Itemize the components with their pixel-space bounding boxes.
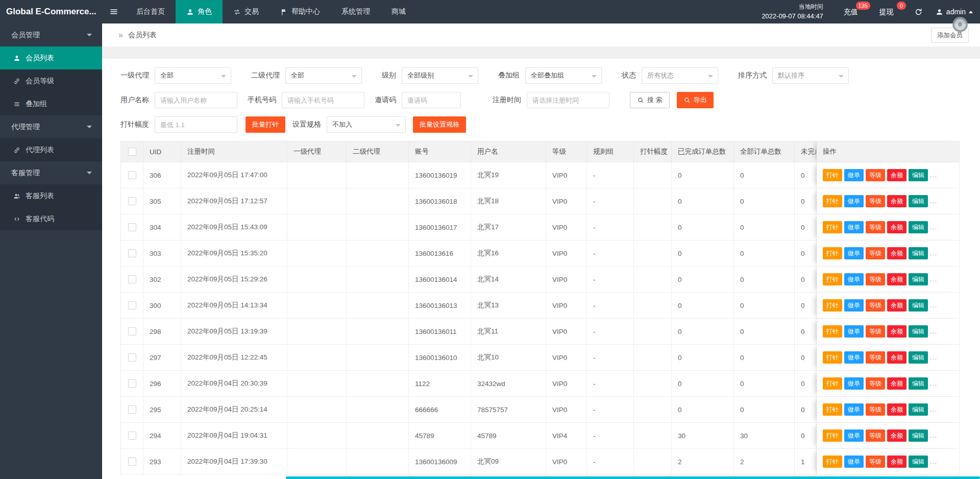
- inject-button[interactable]: 打针: [823, 403, 842, 416]
- more-actions-button[interactable]: ...: [930, 249, 937, 257]
- balance-button[interactable]: 余额: [887, 377, 906, 390]
- level-button[interactable]: 等级: [866, 403, 885, 416]
- edit-button[interactable]: 编辑: [909, 429, 928, 442]
- sidebar-group-agent-management[interactable]: 代理管理: [0, 115, 102, 138]
- agent2-select[interactable]: 全部: [285, 67, 362, 84]
- edit-button[interactable]: 编辑: [909, 169, 928, 181]
- more-actions-button[interactable]: ...: [930, 379, 937, 387]
- status-select[interactable]: 所有状态: [642, 67, 718, 84]
- edit-button[interactable]: 编辑: [909, 456, 928, 468]
- balance-button[interactable]: 余额: [887, 429, 906, 442]
- nav-item-trade[interactable]: 交易: [223, 0, 270, 23]
- balance-button[interactable]: 余额: [887, 169, 906, 181]
- level-button[interactable]: 等级: [866, 169, 885, 181]
- horizontal-scrollbar[interactable]: [286, 476, 980, 479]
- more-actions-button[interactable]: ...: [930, 432, 937, 439]
- make-order-button[interactable]: 做单: [844, 169, 864, 181]
- row-checkbox[interactable]: [128, 432, 136, 440]
- level-button[interactable]: 等级: [866, 325, 885, 338]
- level-button[interactable]: 等级: [866, 429, 885, 442]
- username-input[interactable]: [155, 92, 237, 108]
- balance-button[interactable]: 余额: [887, 273, 906, 285]
- balance-button[interactable]: 余额: [887, 299, 906, 312]
- export-button[interactable]: 导出: [677, 92, 714, 108]
- make-order-button[interactable]: 做单: [844, 429, 864, 442]
- balance-button[interactable]: 余额: [887, 247, 906, 259]
- spec-select[interactable]: 不加入: [327, 116, 406, 133]
- level-button[interactable]: 等级: [866, 273, 885, 285]
- inject-button[interactable]: 打针: [823, 247, 842, 259]
- inject-button[interactable]: 打针: [823, 221, 842, 233]
- inject-button[interactable]: 打针: [823, 273, 842, 285]
- batch-spec-button[interactable]: 批量设置规格: [413, 116, 466, 133]
- balance-button[interactable]: 余额: [887, 403, 906, 416]
- phone-input[interactable]: [282, 92, 364, 108]
- refresh-icon[interactable]: [910, 8, 927, 16]
- row-checkbox[interactable]: [128, 249, 136, 257]
- sort-select[interactable]: 默认排序: [772, 67, 849, 84]
- level-button[interactable]: 等级: [866, 221, 885, 233]
- make-order-button[interactable]: 做单: [844, 351, 864, 364]
- more-actions-button[interactable]: ...: [930, 197, 937, 205]
- edit-button[interactable]: 编辑: [909, 221, 928, 233]
- batch-inject-button[interactable]: 批量打针: [246, 116, 285, 133]
- inject-button[interactable]: 打针: [823, 299, 842, 312]
- more-actions-button[interactable]: ...: [930, 275, 937, 283]
- make-order-button[interactable]: 做单: [844, 221, 864, 233]
- sidebar-item-stack-group[interactable]: 叠加组: [0, 92, 102, 115]
- row-checkbox[interactable]: [128, 405, 136, 414]
- withdraw-menu-item[interactable]: 提现 0: [874, 0, 899, 23]
- sidebar-group-member-management[interactable]: 会员管理: [0, 23, 102, 46]
- select-all-checkbox[interactable]: [128, 148, 136, 156]
- row-checkbox[interactable]: [128, 379, 136, 388]
- make-order-button[interactable]: 做单: [844, 403, 864, 416]
- make-order-button[interactable]: 做单: [844, 299, 864, 312]
- row-checkbox[interactable]: [128, 223, 136, 231]
- make-order-button[interactable]: 做单: [844, 456, 864, 468]
- make-order-button[interactable]: 做单: [844, 325, 864, 338]
- row-checkbox[interactable]: [128, 458, 136, 466]
- inject-button[interactable]: 打针: [823, 429, 842, 442]
- inject-button[interactable]: 打针: [823, 195, 842, 207]
- level-button[interactable]: 等级: [866, 247, 885, 259]
- invite-code-input[interactable]: [402, 92, 461, 108]
- make-order-button[interactable]: 做单: [844, 247, 864, 259]
- level-select[interactable]: 全部级别: [402, 67, 478, 84]
- row-checkbox[interactable]: [128, 327, 136, 336]
- sidebar-item-service-list[interactable]: 客服列表: [0, 184, 102, 207]
- nav-item-home[interactable]: 后台首页: [126, 0, 176, 23]
- balance-button[interactable]: 余额: [887, 221, 906, 233]
- hamburger-menu-icon[interactable]: [102, 0, 126, 23]
- sidebar-item-agent-list[interactable]: 代理列表: [0, 138, 102, 161]
- edit-button[interactable]: 编辑: [909, 273, 928, 285]
- nav-item-mall[interactable]: 商城: [381, 0, 416, 23]
- balance-button[interactable]: 余额: [887, 325, 906, 338]
- balance-button[interactable]: 余额: [887, 195, 906, 207]
- balance-button[interactable]: 余额: [887, 351, 906, 364]
- edit-button[interactable]: 编辑: [909, 195, 928, 207]
- more-actions-button[interactable]: ...: [930, 301, 937, 309]
- nav-item-system[interactable]: 系统管理: [331, 0, 381, 23]
- level-button[interactable]: 等级: [866, 377, 885, 390]
- nav-item-help[interactable]: 帮助中心: [270, 0, 331, 23]
- more-actions-button[interactable]: ...: [930, 327, 937, 335]
- balance-button[interactable]: 余额: [887, 456, 906, 468]
- regtime-input[interactable]: [527, 92, 609, 108]
- inject-button[interactable]: 打针: [823, 377, 842, 390]
- make-order-button[interactable]: 做单: [844, 273, 864, 285]
- inject-button[interactable]: 打针: [823, 169, 842, 181]
- more-actions-button[interactable]: ...: [930, 171, 937, 179]
- inject-button[interactable]: 打针: [823, 456, 842, 468]
- edit-button[interactable]: 编辑: [909, 247, 928, 259]
- floating-widget[interactable]: [952, 17, 968, 32]
- sidebar-group-service-management[interactable]: 客服管理: [0, 161, 102, 184]
- row-checkbox[interactable]: [128, 353, 136, 362]
- sidebar-item-service-code[interactable]: 客服代码: [0, 207, 102, 230]
- stack-group-select[interactable]: 全部叠加组: [525, 67, 602, 84]
- edit-button[interactable]: 编辑: [909, 351, 928, 364]
- more-actions-button[interactable]: ...: [930, 353, 937, 361]
- more-actions-button[interactable]: ...: [930, 458, 937, 465]
- sidebar-item-member-list[interactable]: 会员列表: [0, 46, 102, 69]
- row-checkbox[interactable]: [128, 171, 136, 179]
- level-button[interactable]: 等级: [866, 299, 885, 312]
